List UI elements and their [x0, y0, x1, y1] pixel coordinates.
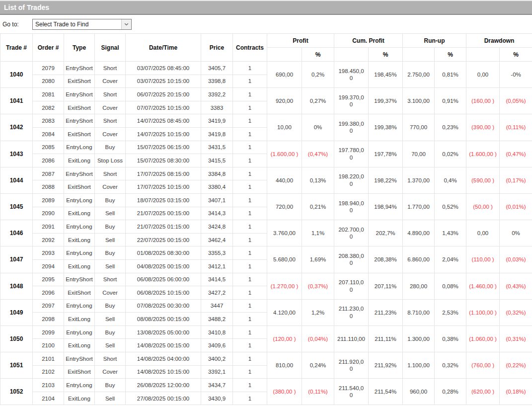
col-header-contracts[interactable]: Contracts: [233, 34, 267, 62]
col-header-price[interactable]: Price: [201, 34, 233, 62]
runup-cell: 960,00: [403, 379, 435, 405]
datetime-cell: 22/07/2025 00:15:00: [126, 233, 201, 246]
cum-profit-pct-cell: 198,22%: [369, 167, 403, 193]
drawdown-cell: (1.100,00 ): [466, 299, 500, 325]
order-cell: 2098: [33, 313, 64, 326]
runup-pct-cell: 2,04%: [435, 246, 466, 273]
type-cell: EntryLong: [64, 325, 95, 339]
trade-row[interactable]: 10422083EntryShortShort14/07/2025 08:45:…: [0, 114, 532, 128]
type-cell: ExitLong: [64, 392, 95, 405]
runup-cell: 2.750,00: [403, 62, 435, 88]
contracts-cell: 1: [233, 154, 267, 167]
type-cell: EntryLong: [64, 246, 95, 260]
trade-row[interactable]: 10412081EntryShortShort06/07/2025 20:15:…: [0, 88, 532, 101]
datetime-cell: 07/08/2025 00:30:00: [126, 299, 201, 313]
order-cell: 2095: [33, 273, 64, 286]
order-cell: 2094: [33, 259, 64, 273]
order-cell: 2104: [33, 392, 64, 405]
cum-profit-cell: 202.700,00: [334, 220, 369, 246]
contracts-cell: 1: [233, 127, 267, 141]
signal-cell: Short: [95, 167, 126, 180]
cum-profit-cell: 198.450,00: [334, 62, 369, 88]
trade-row[interactable]: 10502099EntryLongBuy13/08/2025 05:00:003…: [0, 325, 532, 339]
profit-pct-cell: 0,13%: [302, 167, 334, 193]
trade-row[interactable]: 10472093EntryLongBuy01/08/2025 08:30:003…: [0, 246, 532, 260]
trade-select-dropdown[interactable]: Select Trade to Find: [32, 19, 132, 30]
runup-cell: 1.770,00: [403, 193, 435, 220]
col-header-runup[interactable]: Run-up: [403, 34, 466, 48]
runup-cell: 1.370,00: [403, 167, 435, 193]
order-cell: 2097: [33, 299, 64, 313]
signal-cell: Sell: [95, 233, 126, 246]
profit-cell: 810,00: [267, 352, 302, 379]
type-cell: ExitShort: [64, 180, 95, 194]
contracts-cell: 1: [233, 101, 267, 114]
contracts-cell: 1: [233, 246, 267, 260]
dropdown-arrow-button[interactable]: [121, 19, 131, 29]
cum-profit-pct-cell: 211,54%: [369, 379, 403, 405]
datetime-cell: 06/08/2025 06:00:00: [126, 273, 201, 286]
trade-row[interactable]: 10482095EntryShortShort06/08/2025 06:00:…: [0, 273, 532, 286]
order-cell: 2091: [33, 220, 64, 234]
col-header-runup-pct[interactable]: %: [435, 48, 466, 62]
runup-pct-cell: 0,4%: [435, 167, 466, 193]
col-header-cum-profit-pct[interactable]: %: [369, 48, 403, 62]
signal-cell: Buy: [95, 220, 126, 234]
profit-pct-cell: 0,2%: [302, 62, 334, 88]
datetime-cell: 14/08/2025 10:15:00: [126, 365, 201, 379]
trade-row[interactable]: 10492097EntryLongBuy07/08/2025 00:30:003…: [0, 299, 532, 313]
col-header-drawdown[interactable]: Drawdown: [466, 34, 532, 48]
type-cell: ExitLong: [64, 154, 95, 167]
type-cell: ExitShort: [64, 101, 95, 114]
trade-number-cell: 1040: [0, 62, 33, 88]
signal-cell: Short: [95, 62, 126, 75]
datetime-cell: 04/08/2025 00:15:00: [126, 259, 201, 273]
drawdown-cell: (1.060,00 ): [466, 325, 500, 352]
trade-row[interactable]: 10452089EntryLongBuy18/07/2025 03:15:003…: [0, 193, 532, 207]
type-cell: EntryLong: [64, 379, 95, 392]
runup-pct-cell: 0,08%: [435, 273, 466, 299]
contracts-cell: 1: [233, 220, 267, 234]
order-cell: 2103: [33, 379, 64, 392]
cum-profit-cell: 198.220,00: [334, 167, 369, 193]
col-header-datetime[interactable]: Date/Time: [126, 34, 201, 62]
col-header-signal[interactable]: Signal: [95, 34, 126, 62]
col-header-order[interactable]: Order #: [33, 34, 64, 62]
contracts-cell: 1: [233, 180, 267, 194]
trade-row[interactable]: 10522103EntryLongBuy26/08/2025 12:00:003…: [0, 379, 532, 392]
runup-pct-cell: 0,81%: [435, 62, 466, 88]
window-titlebar: List of Trades: [0, 0, 532, 15]
drawdown-cell: (620,00 ): [466, 379, 500, 405]
col-header-profit-pct[interactable]: %: [302, 48, 334, 62]
cum-profit-cell: 198.940,00: [334, 193, 369, 220]
col-header-type[interactable]: Type: [64, 34, 95, 62]
price-cell: 3430,9: [201, 392, 233, 405]
price-cell: 3447: [201, 299, 233, 313]
profit-cell: (1.270,00 ): [267, 273, 302, 299]
trade-row[interactable]: 10512101EntryShortShort14/08/2025 04:00:…: [0, 352, 532, 366]
datetime-cell: 14/08/2025 00:15:00: [126, 339, 201, 352]
runup-pct-cell: 1,43%: [435, 220, 466, 246]
signal-cell: Cover: [95, 127, 126, 141]
trade-row[interactable]: 10462091EntryLongBuy21/07/2025 01:15:003…: [0, 220, 532, 234]
col-header-profit[interactable]: Profit: [267, 34, 334, 48]
order-cell: 2101: [33, 352, 64, 366]
drawdown-cell: (390,00 ): [466, 114, 500, 141]
trade-row[interactable]: 10442087EntryShortShort17/07/2025 08:15:…: [0, 167, 532, 180]
order-cell: 2083: [33, 114, 64, 128]
col-header-drawdown-pct[interactable]: %: [500, 48, 532, 62]
trade-row[interactable]: 10432085EntryLongBuy15/07/2025 06:15:003…: [0, 141, 532, 154]
profit-cell: 720,00: [267, 193, 302, 220]
runup-cell: 8.710,00: [403, 299, 435, 325]
price-cell: 3384,8: [201, 167, 233, 180]
goto-toolbar: Go to: Select Trade to Find: [0, 15, 532, 33]
profit-pct-cell: (0,37%): [302, 273, 334, 299]
contracts-cell: 1: [233, 286, 267, 300]
col-header-trade[interactable]: Trade #: [0, 34, 33, 62]
signal-cell: Cover: [95, 180, 126, 194]
type-cell: EntryShort: [64, 62, 95, 75]
col-header-cum-profit[interactable]: Cum. Profit: [334, 34, 403, 48]
trade-row[interactable]: 10402079EntryShortShort03/07/2025 08:45:…: [0, 62, 532, 75]
price-cell: 3398,8: [201, 75, 233, 88]
trade-number-cell: 1041: [0, 88, 33, 114]
